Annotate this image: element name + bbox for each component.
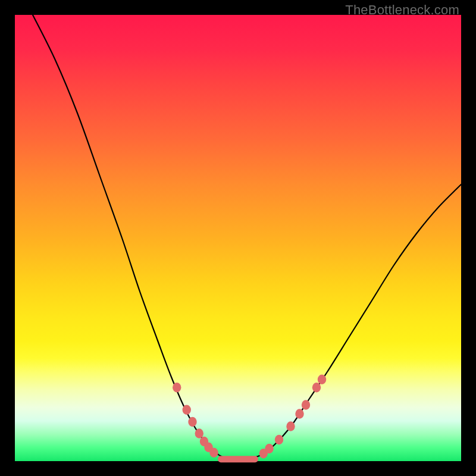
data-dot [318,374,326,384]
data-dot [183,405,191,415]
data-dot [286,421,295,431]
floor-segment [218,456,258,462]
chart-svg [15,15,461,461]
chart-frame: TheBottleneck.com [0,0,476,476]
data-dot [195,428,203,439]
data-dot [312,383,321,393]
watermark-text: TheBottleneck.com [345,2,459,18]
data-dot [188,417,196,427]
data-dot [209,447,218,458]
data-dot [275,435,283,445]
bottleneck-curve [33,15,461,459]
data-dot [173,383,181,393]
data-dot [265,444,273,454]
plot-area [15,15,461,461]
data-dots [173,374,326,458]
data-dot [302,400,310,410]
data-dot [295,409,303,419]
